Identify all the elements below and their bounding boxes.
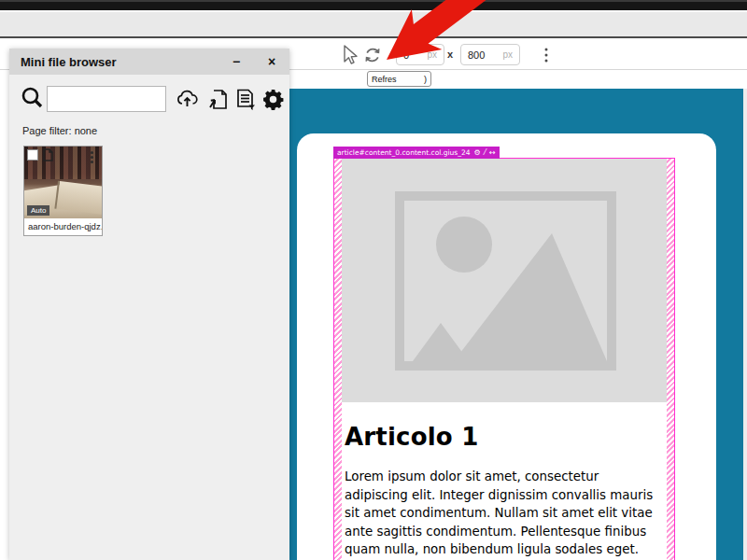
page-width-value: 0 xyxy=(403,49,409,61)
panel-title: Mini file browser xyxy=(9,55,117,69)
preview-page-card: article#content_0.content.col.gius_24 ⚙ … xyxy=(297,133,716,560)
page-width-input[interactable]: 0 px xyxy=(396,44,444,65)
search-icon xyxy=(20,85,45,114)
page-height-input[interactable]: 800 px xyxy=(460,44,520,65)
mini-file-browser-panel: Mini file browser − × xyxy=(9,49,289,560)
tooltip-text-start: Refres xyxy=(372,75,397,84)
kebab-menu-icon[interactable] xyxy=(541,47,552,67)
right-edge-strip xyxy=(743,89,747,560)
page-height-unit: px xyxy=(502,49,513,60)
file-filter-icon[interactable] xyxy=(233,88,257,115)
element-settings-icon[interactable]: ⚙ xyxy=(474,149,481,157)
import-file-icon[interactable] xyxy=(206,88,229,115)
thumbnail-open-book xyxy=(54,181,102,215)
image-placeholder[interactable] xyxy=(342,159,667,402)
minimize-button[interactable]: − xyxy=(224,49,248,75)
page-width-unit: px xyxy=(427,49,437,60)
padding-hatch-right xyxy=(667,159,674,560)
element-resize-icon[interactable]: ↔ xyxy=(489,149,496,157)
auto-badge: Auto xyxy=(27,205,49,216)
file-name-label: aaron-burden-qjdz... xyxy=(24,218,102,235)
file-menu-kebab-icon[interactable] xyxy=(91,151,93,163)
file-thumbnail-card[interactable]: Auto aaron-burden-qjdz... xyxy=(23,146,103,236)
tooltip-text-end: ) xyxy=(424,75,427,84)
top-black-bar xyxy=(0,0,747,10)
file-type-icon xyxy=(42,148,53,165)
element-tag-label: article#content_0.content.col.gius_24 xyxy=(337,148,471,157)
refresh-icon[interactable] xyxy=(361,44,384,70)
page-height-value: 800 xyxy=(468,49,485,61)
element-edit-icon[interactable]: ⁄ xyxy=(485,149,486,157)
article-title: Articolo 1 xyxy=(345,423,665,451)
element-inspector-tag[interactable]: article#content_0.content.col.gius_24 ⚙ … xyxy=(333,147,500,159)
image-placeholder-icon xyxy=(342,159,667,402)
refresh-tooltip: Refres ) xyxy=(367,71,431,87)
browser-chrome-bar xyxy=(0,12,747,38)
page-filter-label: Page filter: none xyxy=(22,125,97,136)
file-select-checkbox[interactable] xyxy=(27,149,38,161)
article-content[interactable]: Articolo 1 Lorem ipsum dolor sit amet, c… xyxy=(342,402,667,560)
search-input[interactable] xyxy=(47,86,166,112)
upload-cloud-icon[interactable] xyxy=(176,88,199,115)
cursor-icon[interactable] xyxy=(340,44,360,70)
gear-icon[interactable] xyxy=(261,88,285,115)
selected-element-outline[interactable]: Articolo 1 Lorem ipsum dolor sit amet, c… xyxy=(333,158,675,560)
padding-hatch-left xyxy=(334,159,342,560)
close-button[interactable]: × xyxy=(260,49,284,75)
file-thumbnail-image: Auto xyxy=(24,147,102,218)
article-paragraph: Lorem ipsum dolor sit amet, consectetur … xyxy=(345,468,665,560)
dimension-separator: x xyxy=(447,49,453,60)
